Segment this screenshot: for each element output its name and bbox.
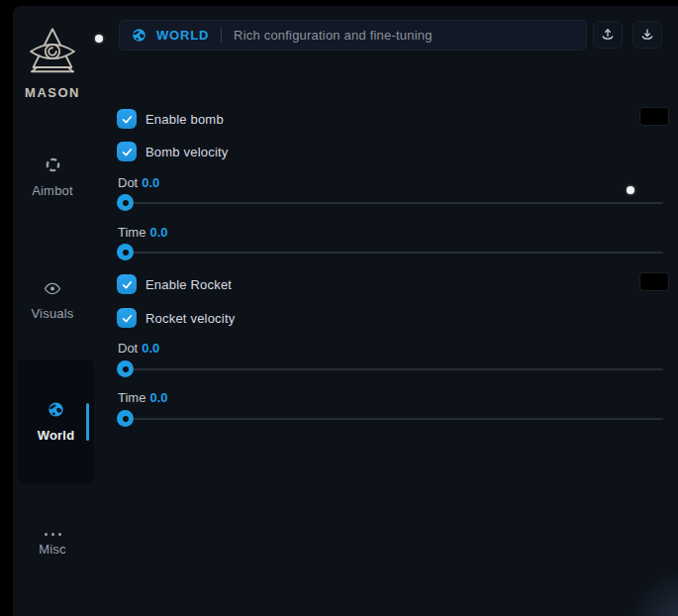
checkbox-label: Enable bomb <box>145 112 224 127</box>
slider-track[interactable] <box>118 252 663 254</box>
slider-value: 0.0 <box>142 341 159 356</box>
slider-label: Time0.0 <box>118 390 167 405</box>
check-icon <box>121 312 134 325</box>
checkbox-label: Rocket velocity <box>145 311 235 326</box>
sidebar-item-aimbot[interactable]: Aimbot <box>13 156 92 198</box>
brand-name: MASON <box>25 85 80 100</box>
app-window: MASON Aimbot Visuals <box>13 6 678 616</box>
brand-logo: MASON <box>13 26 92 100</box>
slider-knob[interactable] <box>117 410 134 427</box>
globe-icon <box>132 28 146 43</box>
bomb-time-slider[interactable] <box>117 244 663 261</box>
checkbox-row-rocket-velocity: Rocket velocity <box>117 307 235 329</box>
sidebar-item-visuals[interactable]: Visuals <box>13 281 92 321</box>
page-subtitle: Rich configuration and fine-tuning <box>234 28 432 43</box>
settings-panel: Enable bomb Bomb velocity Dot0.0 Time0.0 <box>117 51 678 616</box>
slider-value: 0.0 <box>149 225 167 240</box>
sidebar: MASON Aimbot Visuals <box>13 6 104 616</box>
slider-track[interactable] <box>118 418 663 420</box>
checkbox-label: Bomb velocity <box>145 145 229 159</box>
slider-knob[interactable] <box>117 244 134 260</box>
white-indicator-dot <box>95 35 103 43</box>
checkbox-row-bomb-velocity: Bomb velocity <box>117 141 229 162</box>
enable-bomb-checkbox[interactable] <box>117 109 137 129</box>
rocket-dot-slider[interactable] <box>117 360 663 378</box>
page-title: WORLD <box>156 28 209 43</box>
sidebar-item-misc[interactable]: Misc <box>13 528 92 557</box>
checkbox-row-enable-rocket: Enable Rocket <box>117 273 232 295</box>
upload-icon <box>600 27 616 43</box>
export-config-button[interactable] <box>593 21 623 49</box>
enable-rocket-checkbox[interactable] <box>117 274 137 294</box>
sidebar-item-label: World <box>38 428 75 443</box>
sidebar-item-label: Visuals <box>31 306 73 321</box>
white-indicator-dot <box>627 186 634 194</box>
sidebar-item-label: Misc <box>39 542 66 557</box>
slider-track[interactable] <box>118 368 663 370</box>
active-indicator-bar <box>86 403 89 441</box>
globe-icon <box>48 401 64 422</box>
download-icon <box>639 27 655 43</box>
slider-value: 0.0 <box>142 175 159 190</box>
check-icon <box>121 113 134 126</box>
rocket-time-slider[interactable] <box>117 410 663 428</box>
sidebar-item-world[interactable]: World <box>18 359 94 483</box>
check-icon <box>121 278 134 291</box>
eye-icon <box>44 281 61 300</box>
import-config-button[interactable] <box>632 21 662 49</box>
slider-label: Time0.0 <box>118 225 167 240</box>
checkbox-label: Enable Rocket <box>145 277 232 292</box>
bomb-velocity-checkbox[interactable] <box>117 142 137 161</box>
check-icon <box>121 146 134 158</box>
bomb-color-swatch[interactable] <box>639 107 669 126</box>
rocket-color-swatch[interactable] <box>639 272 669 291</box>
checkbox-row-enable-bomb: Enable bomb <box>117 108 224 130</box>
divider <box>221 28 222 43</box>
slider-knob[interactable] <box>117 194 134 211</box>
slider-knob[interactable] <box>117 360 134 377</box>
slider-value: 0.0 <box>149 390 167 405</box>
slider-label: Dot0.0 <box>118 175 159 190</box>
sidebar-item-label: Aimbot <box>32 183 73 198</box>
ellipsis-icon <box>45 528 61 536</box>
bomb-dot-slider[interactable] <box>117 194 663 212</box>
rocket-velocity-checkbox[interactable] <box>117 308 137 328</box>
all-seeing-eye-pyramid-icon <box>26 26 79 81</box>
crosshair-icon <box>45 156 61 177</box>
slider-track[interactable] <box>118 202 663 204</box>
page-header: WORLD Rich configuration and fine-tuning <box>119 20 587 51</box>
slider-label: Dot0.0 <box>118 341 159 356</box>
